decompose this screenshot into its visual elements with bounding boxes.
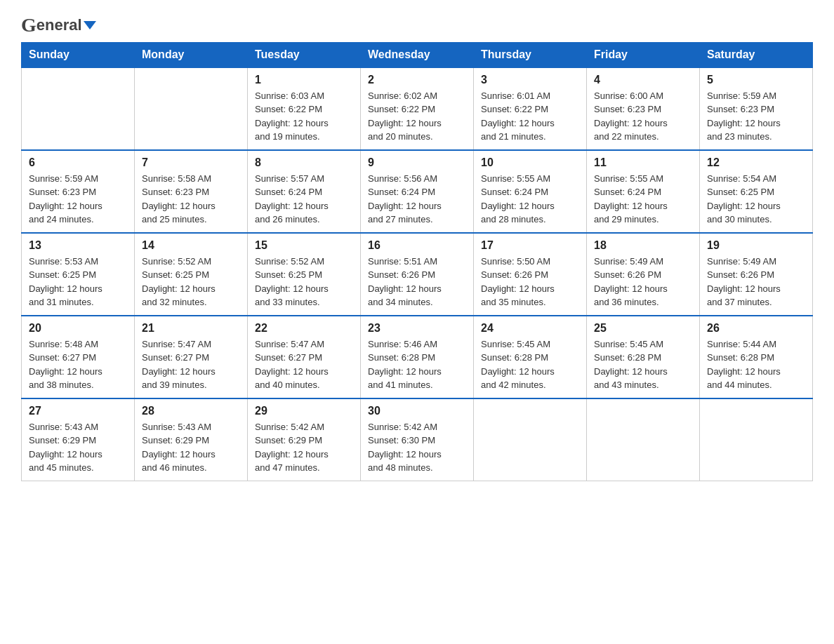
day-info: Sunrise: 5:55 AM Sunset: 6:24 PM Dayligh…	[481, 172, 579, 227]
day-info: Sunrise: 5:48 AM Sunset: 6:27 PM Dayligh…	[29, 337, 127, 392]
day-number: 11	[594, 156, 692, 169]
day-info: Sunrise: 5:43 AM Sunset: 6:29 PM Dayligh…	[142, 420, 240, 475]
day-info: Sunrise: 5:49 AM Sunset: 6:26 PM Dayligh…	[707, 255, 805, 309]
calendar-cell: 6Sunrise: 5:59 AM Sunset: 6:23 PM Daylig…	[22, 150, 135, 233]
day-info: Sunrise: 5:44 AM Sunset: 6:28 PM Dayligh…	[707, 337, 805, 392]
day-info: Sunrise: 5:53 AM Sunset: 6:25 PM Dayligh…	[29, 255, 127, 309]
calendar-cell: 12Sunrise: 5:54 AM Sunset: 6:25 PM Dayli…	[700, 150, 813, 233]
calendar-cell: 15Sunrise: 5:52 AM Sunset: 6:25 PM Dayli…	[248, 233, 361, 316]
calendar-cell	[700, 398, 813, 481]
weekday-header-friday: Friday	[587, 43, 700, 68]
day-info: Sunrise: 5:45 AM Sunset: 6:28 PM Dayligh…	[481, 337, 579, 392]
day-number: 7	[142, 156, 240, 169]
day-number: 26	[707, 322, 805, 335]
day-number: 23	[368, 322, 466, 335]
day-info: Sunrise: 5:54 AM Sunset: 6:25 PM Dayligh…	[707, 172, 805, 227]
calendar-table: SundayMondayTuesdayWednesdayThursdayFrid…	[21, 42, 813, 481]
calendar-cell: 26Sunrise: 5:44 AM Sunset: 6:28 PM Dayli…	[700, 316, 813, 398]
day-number: 17	[481, 239, 579, 252]
calendar-cell: 7Sunrise: 5:58 AM Sunset: 6:23 PM Daylig…	[135, 150, 248, 233]
logo-g: G	[21, 14, 37, 36]
day-number: 1	[255, 74, 353, 86]
calendar-cell: 27Sunrise: 5:43 AM Sunset: 6:29 PM Dayli…	[22, 398, 135, 481]
logo-eneral: eneral	[37, 16, 82, 34]
day-number: 25	[594, 322, 692, 335]
calendar-cell: 9Sunrise: 5:56 AM Sunset: 6:24 PM Daylig…	[361, 150, 474, 233]
calendar-cell: 4Sunrise: 6:00 AM Sunset: 6:23 PM Daylig…	[587, 67, 700, 150]
calendar-cell	[22, 67, 135, 150]
day-number: 15	[255, 239, 353, 252]
day-number: 3	[481, 74, 579, 86]
calendar-cell: 22Sunrise: 5:47 AM Sunset: 6:27 PM Dayli…	[248, 316, 361, 398]
day-info: Sunrise: 6:01 AM Sunset: 6:22 PM Dayligh…	[481, 89, 579, 144]
day-info: Sunrise: 5:59 AM Sunset: 6:23 PM Dayligh…	[29, 172, 127, 227]
day-number: 29	[255, 405, 353, 417]
calendar-cell: 1Sunrise: 6:03 AM Sunset: 6:22 PM Daylig…	[248, 67, 361, 150]
day-info: Sunrise: 6:02 AM Sunset: 6:22 PM Dayligh…	[368, 89, 466, 144]
calendar-cell: 2Sunrise: 6:02 AM Sunset: 6:22 PM Daylig…	[361, 67, 474, 150]
day-number: 14	[142, 239, 240, 252]
day-info: Sunrise: 5:49 AM Sunset: 6:26 PM Dayligh…	[594, 255, 692, 309]
day-number: 28	[142, 405, 240, 417]
day-number: 30	[368, 405, 466, 417]
day-number: 2	[368, 74, 466, 86]
weekday-header-sunday: Sunday	[22, 43, 135, 68]
day-number: 12	[707, 156, 805, 169]
day-number: 8	[255, 156, 353, 169]
calendar-week-row: 6Sunrise: 5:59 AM Sunset: 6:23 PM Daylig…	[22, 150, 813, 233]
calendar-cell: 30Sunrise: 5:42 AM Sunset: 6:30 PM Dayli…	[361, 398, 474, 481]
calendar-week-row: 1Sunrise: 6:03 AM Sunset: 6:22 PM Daylig…	[22, 67, 813, 150]
day-info: Sunrise: 5:59 AM Sunset: 6:23 PM Dayligh…	[707, 89, 805, 144]
day-number: 21	[142, 322, 240, 335]
day-info: Sunrise: 6:00 AM Sunset: 6:23 PM Dayligh…	[594, 89, 692, 144]
calendar-cell	[135, 67, 248, 150]
day-info: Sunrise: 5:47 AM Sunset: 6:27 PM Dayligh…	[255, 337, 353, 392]
day-info: Sunrise: 5:42 AM Sunset: 6:29 PM Dayligh…	[255, 420, 353, 475]
day-number: 24	[481, 322, 579, 335]
calendar-cell: 19Sunrise: 5:49 AM Sunset: 6:26 PM Dayli…	[700, 233, 813, 316]
day-info: Sunrise: 5:50 AM Sunset: 6:26 PM Dayligh…	[481, 255, 579, 309]
day-info: Sunrise: 5:45 AM Sunset: 6:28 PM Dayligh…	[594, 337, 692, 392]
calendar-cell: 5Sunrise: 5:59 AM Sunset: 6:23 PM Daylig…	[700, 67, 813, 150]
page-header: G eneral	[21, 14, 813, 35]
day-number: 4	[594, 74, 692, 86]
calendar-cell	[474, 398, 587, 481]
calendar-cell: 28Sunrise: 5:43 AM Sunset: 6:29 PM Dayli…	[135, 398, 248, 481]
day-number: 19	[707, 239, 805, 252]
day-info: Sunrise: 5:56 AM Sunset: 6:24 PM Dayligh…	[368, 172, 466, 227]
calendar-cell: 23Sunrise: 5:46 AM Sunset: 6:28 PM Dayli…	[361, 316, 474, 398]
calendar-cell: 3Sunrise: 6:01 AM Sunset: 6:22 PM Daylig…	[474, 67, 587, 150]
weekday-header-tuesday: Tuesday	[248, 43, 361, 68]
calendar-cell: 11Sunrise: 5:55 AM Sunset: 6:24 PM Dayli…	[587, 150, 700, 233]
day-info: Sunrise: 5:42 AM Sunset: 6:30 PM Dayligh…	[368, 420, 466, 475]
day-info: Sunrise: 6:03 AM Sunset: 6:22 PM Dayligh…	[255, 89, 353, 144]
day-info: Sunrise: 5:58 AM Sunset: 6:23 PM Dayligh…	[142, 172, 240, 227]
calendar-cell: 20Sunrise: 5:48 AM Sunset: 6:27 PM Dayli…	[22, 316, 135, 398]
day-number: 22	[255, 322, 353, 335]
day-number: 9	[368, 156, 466, 169]
day-info: Sunrise: 5:43 AM Sunset: 6:29 PM Dayligh…	[29, 420, 127, 475]
calendar-cell	[587, 398, 700, 481]
day-number: 5	[707, 74, 805, 86]
logo: G eneral	[21, 14, 96, 35]
weekday-header-thursday: Thursday	[474, 43, 587, 68]
day-info: Sunrise: 5:51 AM Sunset: 6:26 PM Dayligh…	[368, 255, 466, 309]
calendar-cell: 13Sunrise: 5:53 AM Sunset: 6:25 PM Dayli…	[22, 233, 135, 316]
day-info: Sunrise: 5:52 AM Sunset: 6:25 PM Dayligh…	[142, 255, 240, 309]
day-number: 16	[368, 239, 466, 252]
calendar-cell: 25Sunrise: 5:45 AM Sunset: 6:28 PM Dayli…	[587, 316, 700, 398]
day-number: 20	[29, 322, 127, 335]
day-number: 13	[29, 239, 127, 252]
day-info: Sunrise: 5:55 AM Sunset: 6:24 PM Dayligh…	[594, 172, 692, 227]
weekday-header-monday: Monday	[135, 43, 248, 68]
calendar-cell: 17Sunrise: 5:50 AM Sunset: 6:26 PM Dayli…	[474, 233, 587, 316]
calendar-cell: 8Sunrise: 5:57 AM Sunset: 6:24 PM Daylig…	[248, 150, 361, 233]
day-info: Sunrise: 5:57 AM Sunset: 6:24 PM Dayligh…	[255, 172, 353, 227]
day-number: 27	[29, 405, 127, 417]
weekday-header-wednesday: Wednesday	[361, 43, 474, 68]
day-number: 10	[481, 156, 579, 169]
calendar-header-row: SundayMondayTuesdayWednesdayThursdayFrid…	[22, 43, 813, 68]
day-number: 18	[594, 239, 692, 252]
day-info: Sunrise: 5:47 AM Sunset: 6:27 PM Dayligh…	[142, 337, 240, 392]
calendar-week-row: 13Sunrise: 5:53 AM Sunset: 6:25 PM Dayli…	[22, 233, 813, 316]
